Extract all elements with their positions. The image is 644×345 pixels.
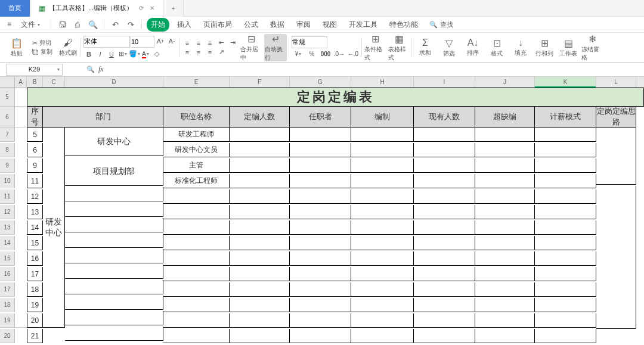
underline-button[interactable]: U	[106, 49, 117, 60]
cell-blank[interactable]	[351, 174, 414, 188]
cell-blank[interactable]	[535, 313, 596, 328]
cell-seq[interactable]: 16	[27, 251, 43, 266]
cell-blank[interactable]	[535, 251, 596, 266]
hdr-plan[interactable]: 定编人数	[230, 107, 290, 128]
cell-blank[interactable]	[475, 143, 535, 157]
inc-decimal-button[interactable]: .0→	[333, 49, 346, 59]
tab-document[interactable]: ▦ 【工具表格】...编辑（模板） ⟳ ✕	[30, 0, 163, 17]
col-K[interactable]: K	[535, 77, 596, 87]
row-11[interactable]: 11	[0, 189, 15, 204]
cut-button[interactable]: ✂剪切	[30, 39, 55, 47]
font-color-button[interactable]: A▾	[140, 49, 151, 60]
row-13[interactable]: 13	[0, 220, 15, 235]
cell-blank[interactable]	[535, 220, 596, 235]
sum-button[interactable]: Σ求和	[414, 35, 436, 61]
cell-blank[interactable]	[290, 313, 351, 328]
fx-search-icon[interactable]: 🔍	[86, 66, 95, 73]
col-B[interactable]: B	[27, 77, 43, 87]
align-middle-button[interactable]: ≡	[193, 39, 204, 47]
cell-blank[interactable]	[414, 329, 475, 343]
cell-blank[interactable]	[230, 298, 290, 312]
cell-blank[interactable]	[351, 298, 414, 312]
rowcol-button[interactable]: ⊞行和列	[534, 35, 555, 61]
hdr-vacancy[interactable]: 超缺编	[475, 107, 535, 128]
cell-blank[interactable]	[290, 282, 351, 297]
hdr-holder[interactable]: 任职者	[290, 107, 351, 128]
close-icon[interactable]: ✕	[150, 5, 154, 11]
hdr-est[interactable]: 编制	[351, 107, 414, 128]
hamburger-icon[interactable]: ≡	[5, 19, 14, 30]
increase-font-button[interactable]: A+	[155, 36, 166, 46]
hdr-salary[interactable]: 计薪模式	[535, 107, 596, 128]
cell-blank[interactable]	[351, 158, 414, 173]
cell-blank[interactable]	[535, 158, 596, 173]
col-C[interactable]: C	[43, 77, 65, 87]
cell-blank[interactable]	[230, 267, 290, 281]
cell-blank[interactable]	[65, 327, 163, 341]
cell-blank[interactable]	[290, 189, 351, 204]
row-8[interactable]: 8	[0, 143, 15, 157]
cell-blank[interactable]	[290, 158, 351, 173]
cell-blank[interactable]	[351, 143, 414, 157]
number-format-select[interactable]	[292, 36, 327, 48]
cell-blank[interactable]	[230, 205, 290, 219]
file-menu[interactable]: 文件▾	[17, 18, 46, 31]
align-left-button[interactable]: ≡	[182, 48, 193, 57]
cell-seq[interactable]: 6	[27, 143, 43, 157]
menu-formula[interactable]: 公式	[240, 18, 262, 32]
cell-blank[interactable]	[414, 174, 475, 188]
cell-blank[interactable]	[475, 329, 535, 343]
cell-blank[interactable]	[163, 205, 230, 219]
cell-blank[interactable]	[351, 236, 414, 250]
cell-blank[interactable]	[535, 329, 596, 343]
cell-dept-major[interactable]: 研发中心	[43, 128, 65, 328]
sheet-title[interactable]: 定岗定编表	[27, 88, 644, 107]
format-button[interactable]: ⊡格式	[486, 35, 507, 61]
cell-blank[interactable]	[414, 189, 475, 204]
row-5[interactable]: 5	[0, 88, 15, 107]
preview-icon[interactable]: 🔍	[87, 20, 99, 29]
cell-blank[interactable]	[535, 236, 596, 250]
cell-blank[interactable]	[290, 298, 351, 312]
orient-button[interactable]: ↗	[216, 48, 227, 57]
cell-blank[interactable]	[475, 189, 535, 204]
cell-blank[interactable]	[65, 265, 163, 279]
cell-blank[interactable]	[535, 267, 596, 281]
cell-blank[interactable]	[290, 251, 351, 266]
cell-blank[interactable]	[414, 143, 475, 157]
row-6[interactable]: 6	[0, 107, 15, 128]
cell-blank[interactable]	[414, 205, 475, 219]
cell-blank[interactable]	[65, 234, 163, 248]
cell-blank[interactable]	[230, 251, 290, 266]
cell-thinking[interactable]	[596, 186, 636, 329]
cell-blank[interactable]	[290, 143, 351, 157]
tab-home[interactable]: 首页	[0, 0, 30, 17]
col-I[interactable]: I	[414, 77, 475, 87]
cell-blank[interactable]	[163, 251, 230, 266]
cell-seq[interactable]: 15	[27, 236, 43, 250]
cell-blank[interactable]	[475, 313, 535, 328]
copy-button[interactable]: ⿻复制	[30, 48, 55, 56]
menu-special[interactable]: 特色功能	[385, 18, 422, 32]
cell-blank[interactable]	[475, 158, 535, 173]
menu-start[interactable]: 开始	[147, 18, 169, 32]
cell-subdept[interactable]: 项目规划部	[65, 157, 163, 186]
cell-blank[interactable]	[351, 267, 414, 281]
hdr-actual[interactable]: 现有人数	[414, 107, 475, 128]
cell-blank[interactable]	[65, 218, 163, 232]
cell-blank[interactable]	[290, 174, 351, 188]
cell-seq[interactable]: 19	[27, 298, 43, 312]
cell-blank[interactable]	[535, 189, 596, 204]
cell-blank[interactable]	[230, 128, 290, 142]
cell-blank[interactable]	[475, 220, 535, 235]
col-E[interactable]: E	[163, 77, 230, 87]
align-top-button[interactable]: ≡	[182, 39, 193, 47]
row-7[interactable]: 7	[0, 128, 15, 142]
cell-blank[interactable]	[535, 205, 596, 219]
fx-icon[interactable]: fx	[98, 65, 104, 74]
cell-blank[interactable]	[475, 205, 535, 219]
cell-blank[interactable]	[163, 282, 230, 297]
cell-blank[interactable]	[351, 282, 414, 297]
font-select[interactable]	[83, 36, 130, 48]
cell-blank[interactable]	[351, 220, 414, 235]
